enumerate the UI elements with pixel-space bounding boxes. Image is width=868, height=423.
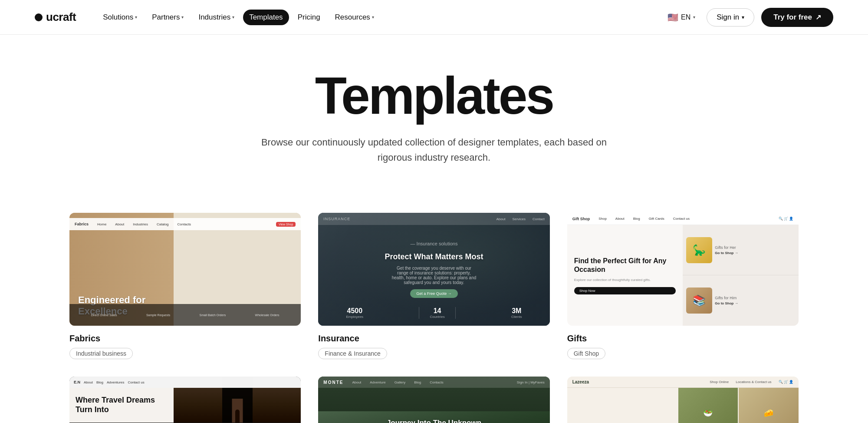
chevron-down-icon: ▾ [232,15,234,20]
language-label: EN [681,13,690,21]
template-thumbnail-monte: MONTE About Adventure Gallery Blog Conta… [318,377,549,423]
sign-in-label: Sign in [717,13,739,22]
sign-in-button[interactable]: Sign in ▾ [707,8,754,26]
template-thumbnail-travel: E.N About Blog Adventures Contact us Whe… [69,377,301,423]
template-card-gifts[interactable]: Gift Shop Shop About Blog Gift Cards Con… [567,213,799,359]
thumb-stats: 4500 Employees 14 Countries 3M Clients [318,307,549,319]
nav-item-industries[interactable]: Industries ▾ [192,10,240,25]
template-name: Fabrics [69,334,301,344]
chevron-down-icon: ▾ [693,15,695,20]
nav-industries-label: Industries [198,13,230,22]
thumb-nav: Fabrics Home About Industries Catalog Co… [69,218,301,230]
chevron-down-icon: ▾ [372,15,374,20]
templates-section: Fabrics Home About Industries Catalog Co… [0,191,868,423]
chevron-down-icon: ▾ [135,15,137,20]
template-thumbnail-insurance: INSURANCE About Services Contact — Insur… [318,213,549,326]
nav-item-templates[interactable]: Templates [243,10,289,25]
nav-item-solutions[interactable]: Solutions ▾ [97,10,143,25]
thumb-bottom-bar: Direct Online Sales Sample Requests Smal… [69,304,301,326]
nav-left: ucraft Solutions ▾ Partners ▾ Industries… [35,10,380,25]
thumb-content: Find the Perfect Gift for Any Occasion E… [567,213,799,326]
template-thumbnail-lazeeza: Lazeeza Shop Online Locations & Contact … [567,377,799,423]
logo-text: ucraft [46,10,76,24]
template-card-monte[interactable]: MONTE About Adventure Gallery Blog Conta… [318,377,549,423]
template-card-insurance[interactable]: INSURANCE About Services Contact — Insur… [318,213,549,359]
try-free-label: Try for free [773,13,812,22]
nav-templates-label: Templates [249,13,283,22]
nav-item-partners[interactable]: Partners ▾ [146,10,190,25]
try-free-button[interactable]: Try for free ↗ [761,8,833,27]
logo[interactable]: ucraft [35,10,76,24]
thumb-nav: MONTE About Adventure Gallery Blog Conta… [318,377,549,388]
thumb-nav: Lazeeza Shop Online Locations & Contact … [567,377,799,388]
arrow-icon: ↗ [815,13,821,21]
thumb-nav: Gift Shop Shop About Blog Gift Cards Con… [567,213,799,225]
nav-pricing-label: Pricing [298,13,320,22]
nav-partners-label: Partners [152,13,180,22]
nav-right: 🇺🇸 EN ▾ Sign in ▾ Try for free ↗ [663,8,833,27]
thumb-nav: E.N About Blog Adventures Contact us [69,377,301,388]
hero-section: Templates Browse our continuously update… [0,35,868,191]
template-card-fabrics[interactable]: Fabrics Home About Industries Catalog Co… [69,213,301,359]
lazeeza-img-cheese: 🧀 [739,388,799,423]
templates-grid: Fabrics Home About Industries Catalog Co… [69,213,799,423]
template-name: Gifts [567,334,799,344]
template-card-lazeeza[interactable]: Lazeeza Shop Online Locations & Contact … [567,377,799,423]
logo-icon [35,13,43,21]
template-card-travel[interactable]: E.N About Blog Adventures Contact us Whe… [69,377,301,423]
thumb-title-area: Journey Into The Unknown A nature travel… [387,419,481,423]
page-title: Templates [17,69,851,122]
chevron-down-icon: ▾ [181,15,184,20]
hero-subtitle: Browse our continuously updated collecti… [260,135,608,165]
nav-item-pricing[interactable]: Pricing [292,10,326,25]
flag-icon: 🇺🇸 [667,12,678,23]
thumb-nav: INSURANCE About Services Contact [318,213,549,225]
template-tag[interactable]: Gift Shop [567,348,605,359]
template-tag[interactable]: Finance & Insurance [318,348,387,359]
language-selector[interactable]: 🇺🇸 EN ▾ [663,10,700,25]
template-name: Insurance [318,334,549,344]
lazeeza-img-salad: 🥗 [678,388,738,423]
nav-item-resources[interactable]: Resources ▾ [329,10,380,25]
template-tag[interactable]: Industrial business [69,348,133,359]
navbar: ucraft Solutions ▾ Partners ▾ Industries… [0,0,868,35]
chevron-down-icon: ▾ [742,14,744,20]
nav-links: Solutions ▾ Partners ▾ Industries ▾ Temp… [97,10,380,25]
template-thumbnail-fabrics: Fabrics Home About Industries Catalog Co… [69,213,301,326]
template-thumbnail-gifts: Gift Shop Shop About Blog Gift Cards Con… [567,213,799,326]
nav-resources-label: Resources [335,13,370,22]
nav-solutions-label: Solutions [103,13,133,22]
